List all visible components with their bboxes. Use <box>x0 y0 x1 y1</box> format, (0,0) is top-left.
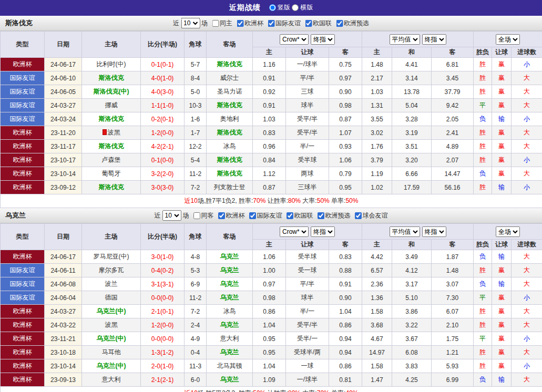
home-team[interactable]: 罗马尼亚(中) <box>82 250 141 264</box>
league-filter-checkbox[interactable]: 欧国联 <box>287 211 313 220</box>
away-team[interactable]: 斯洛伐克 <box>207 58 253 71</box>
period-select[interactable]: 全场 <box>496 34 520 45</box>
league-filter-checkbox[interactable]: 国际友谊 <box>249 211 282 220</box>
score[interactable]: 1-3(1-2) <box>141 346 185 359</box>
score[interactable]: 4-0(1-0) <box>141 71 185 85</box>
away-team[interactable]: 北马其顿 <box>207 359 253 373</box>
score[interactable]: 2-0(1-0) <box>141 359 185 373</box>
avg-draw: 6.08 <box>392 346 432 359</box>
result-outcome: 负 <box>474 277 492 291</box>
same-venue-checkbox[interactable]: 同客 <box>193 211 214 220</box>
away-team[interactable]: 乌克兰 <box>207 250 253 264</box>
score[interactable]: 3-0(3-0) <box>141 181 185 194</box>
column-header: 主场 <box>82 32 141 58</box>
league-filter-checkbox[interactable]: 国际友谊 <box>268 19 301 28</box>
away-team[interactable]: 圣马力诺 <box>207 85 253 99</box>
score[interactable]: 0-1(0-0) <box>141 153 185 167</box>
home-team[interactable]: 德国 <box>82 291 141 305</box>
away-team[interactable]: 威尔士 <box>207 71 253 85</box>
league-filter-checkbox[interactable]: 欧洲预选 <box>318 211 351 220</box>
away-team[interactable]: 斯洛伐克 <box>207 167 253 181</box>
home-team[interactable]: 斯洛伐克(中) <box>82 85 141 99</box>
average-select[interactable]: 平均值 <box>390 34 420 45</box>
score[interactable]: 4-0(3-0) <box>141 85 185 99</box>
away-team[interactable]: 乌克兰 <box>207 373 253 387</box>
score[interactable]: 3-1(3-1) <box>141 277 185 291</box>
score[interactable]: 1-2(0-0) <box>141 318 185 332</box>
score[interactable]: 0-0(0-0) <box>141 291 185 305</box>
avg-draw: 3.67 <box>392 332 432 346</box>
away-team[interactable]: 乌克兰 <box>207 291 253 305</box>
avg-away: 3.45 <box>432 71 474 85</box>
away-team[interactable]: 斯洛伐克 <box>207 153 253 167</box>
home-team[interactable]: 斯洛伐克 <box>82 71 141 85</box>
odds-stage-select-2[interactable]: 终指 <box>422 226 446 237</box>
home-team[interactable]: 波黑 <box>82 318 141 332</box>
avg-home: 3.02 <box>362 126 392 140</box>
home-team[interactable]: 比利时(中) <box>82 58 141 71</box>
score[interactable]: 0-1(0-1) <box>141 58 185 71</box>
league-filter-checkbox[interactable]: 欧洲预选 <box>336 19 369 28</box>
league-filter-checkbox[interactable]: 欧洲杯 <box>218 211 245 220</box>
home-team[interactable]: 摩尔多瓦 <box>82 264 141 277</box>
score[interactable]: 3-2(2-0) <box>141 167 185 181</box>
home-team[interactable]: 卢森堡 <box>82 153 141 167</box>
avg-away: 1.87 <box>432 250 474 264</box>
away-team[interactable]: 乌克兰 <box>207 264 253 277</box>
home-team[interactable]: 意大利 <box>82 373 141 387</box>
same-venue-checkbox[interactable]: 同主 <box>212 19 232 28</box>
recent-count-select[interactable]: 10 <box>181 18 200 28</box>
odds-stage-select[interactable]: 终指 <box>311 34 335 45</box>
odds-stage-select[interactable]: 终指 <box>311 226 335 237</box>
score[interactable]: 1-1(1-0) <box>141 99 185 112</box>
home-team[interactable]: 乌克兰(中) <box>82 332 141 346</box>
away-team[interactable]: 乌克兰 <box>207 318 253 332</box>
league-filter-checkbox[interactable]: 欧国联 <box>305 19 332 28</box>
score[interactable]: 1-2(0-0) <box>141 126 185 140</box>
away-team[interactable]: 列支敦士登 <box>207 181 253 194</box>
home-team[interactable]: 波兰 <box>82 277 141 291</box>
average-select[interactable]: 平均值 <box>390 226 420 237</box>
away-team[interactable]: 斯洛伐克 <box>207 99 253 112</box>
score[interactable]: 3-0(1-0) <box>141 250 185 264</box>
away-team[interactable]: 乌克兰 <box>207 277 253 291</box>
away-team[interactable]: 奥地利 <box>207 112 253 126</box>
score[interactable]: 2-1(2-1) <box>141 373 185 387</box>
result-handicap: 输 <box>492 250 512 264</box>
home-team[interactable]: 马耳他 <box>82 346 141 359</box>
home-team[interactable]: 葡萄牙 <box>82 167 141 181</box>
home-team[interactable]: 挪威 <box>82 99 141 112</box>
away-team[interactable]: 乌克兰 <box>207 346 253 359</box>
home-team[interactable]: 乌克兰(中) <box>82 359 141 373</box>
bookmaker-select[interactable]: Crow* <box>280 34 309 45</box>
layout-radio-vertical[interactable]: 竖版 <box>269 3 290 12</box>
result-handicap: 赢 <box>492 99 512 112</box>
sub-column-header: 客 <box>432 240 474 250</box>
avg-draw: 3.51 <box>392 140 432 153</box>
score[interactable]: 0-4(0-2) <box>141 264 185 277</box>
layout-radio-horizontal[interactable]: 横版 <box>292 3 313 12</box>
result-handicap: 赢 <box>492 58 512 71</box>
league-badge: 国际友谊 <box>1 99 45 112</box>
match-row: 欧洲杯24-06-17比利时(中)0-1(0-1)5-7斯洛伐克1.16一/球半… <box>1 58 542 71</box>
score[interactable]: 2-1(0-1) <box>141 305 185 318</box>
score[interactable]: 0-0(0-0) <box>141 332 185 346</box>
league-filter-checkbox[interactable]: 欧洲杯 <box>237 19 263 28</box>
recent-count-select[interactable]: 10 <box>162 210 181 221</box>
home-team[interactable]: 波黑 <box>82 126 141 140</box>
odds-stage-select-2[interactable]: 终指 <box>422 34 446 45</box>
away-team[interactable]: 斯洛伐克 <box>207 126 253 140</box>
score[interactable]: 0-2(0-1) <box>141 112 185 126</box>
league-filter-checkbox[interactable]: 球会友谊 <box>355 211 388 220</box>
score[interactable]: 4-2(2-1) <box>141 140 185 153</box>
home-team[interactable]: 斯洛伐克 <box>82 112 141 126</box>
period-select[interactable]: 全场 <box>496 226 520 237</box>
home-team[interactable]: 乌克兰(中) <box>82 305 141 318</box>
bookmaker-select[interactable]: Crow* <box>280 226 309 237</box>
home-team[interactable]: 斯洛伐克 <box>82 140 141 153</box>
home-team[interactable]: 斯洛伐克 <box>82 181 141 194</box>
away-team[interactable]: 意大利 <box>207 332 253 346</box>
away-team[interactable]: 冰岛 <box>207 140 253 153</box>
recent-results-page: 近期战绩 竖版 横版 斯洛伐克近10场同主欧洲杯国际友谊欧国联欧洲预选类型日期主… <box>0 0 542 392</box>
away-team[interactable]: 冰岛 <box>207 305 253 318</box>
